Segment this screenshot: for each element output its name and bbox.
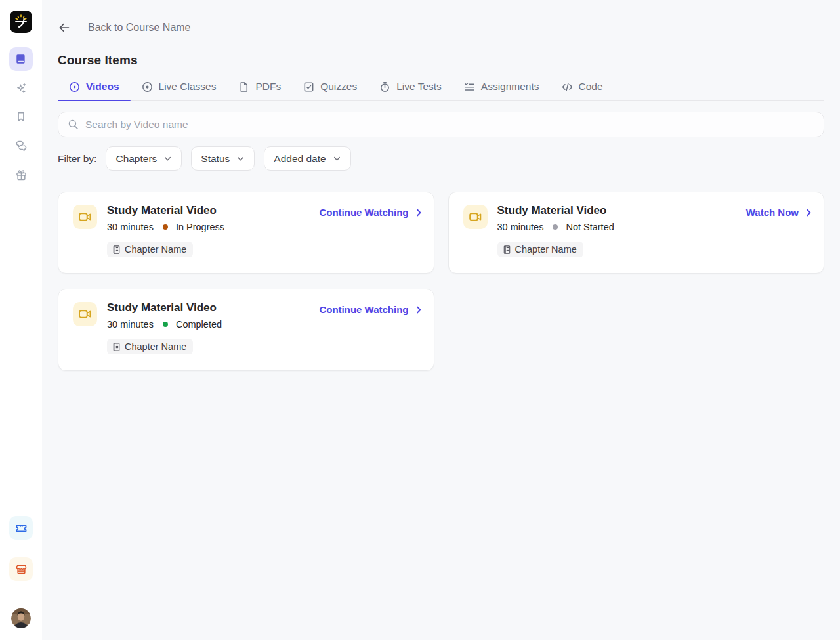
filter-added-date[interactable]: Added date [264,146,350,171]
filter-added-date-label: Added date [274,153,326,165]
status-dot [163,224,168,230]
chevron-down-icon [236,154,245,163]
timer-icon [379,81,390,93]
video-camera-icon [78,307,92,321]
status-dot [553,224,558,230]
sidebar-item-discussions[interactable] [9,134,33,158]
video-thumb [73,302,97,326]
video-duration: 30 minutes [107,319,154,330]
file-icon [238,81,249,93]
user-avatar[interactable] [11,608,31,628]
continue-watching-link[interactable]: Continue Watching [319,207,423,218]
chevron-right-icon [804,208,813,217]
tab-label: Quizzes [320,81,357,93]
chapter-chip: Chapter Name [107,242,193,257]
sidebar-item-ai-tools[interactable] [9,76,33,100]
sidebar-item-rewards[interactable] [9,163,33,186]
check-square-icon [303,81,314,93]
back-label: Back to Course Name [88,22,191,33]
search-bar [58,112,824,137]
sidebar [0,0,42,640]
chapter-chip: Chapter Name [497,242,583,257]
video-card[interactable]: Study Material Video 30 minutes In Progr… [58,192,434,274]
filter-chapters[interactable]: Chapters [106,146,182,171]
filter-status[interactable]: Status [191,146,255,171]
sidebar-item-bookmarks[interactable] [9,105,33,129]
back-link[interactable]: Back to Course Name [58,20,824,35]
card-body: Study Material Video 30 minutes Not Star… [497,204,746,257]
video-thumb [73,205,97,229]
book-icon [15,53,27,65]
app-logo[interactable] [10,11,32,33]
tab-code[interactable]: Code [551,81,614,100]
filter-chapters-label: Chapters [116,153,157,165]
play-circle-icon [69,81,80,93]
video-meta: 30 minutes Completed [107,319,319,330]
chapter-name: Chapter Name [125,244,186,255]
chevron-right-icon [414,305,423,314]
tab-label: Code [579,81,603,93]
code-icon [562,81,573,93]
watch-now-link[interactable]: Watch Now [746,207,813,218]
tab-label: Live Classes [159,81,217,93]
continue-watching-link[interactable]: Continue Watching [319,304,423,315]
sidebar-item-courses[interactable] [9,47,33,71]
ticket-icon [15,522,28,534]
tab-live-tests[interactable]: Live Tests [368,81,453,100]
tab-label: Videos [86,81,119,93]
tabs: Videos Live Classes PDFs [58,81,824,101]
filter-row: Filter by: Chapters Status Added date [58,146,824,171]
action-label: Continue Watching [319,207,408,218]
main-content: Back to Course Name Course Items Videos … [42,0,840,371]
video-camera-icon [469,210,482,224]
video-status: Completed [176,319,222,330]
filter-status-label: Status [201,153,230,165]
chevron-down-icon [333,154,341,163]
tab-quizzes[interactable]: Quizzes [292,81,368,100]
video-card[interactable]: Study Material Video 30 minutes Complete… [58,289,434,371]
tab-label: Assignments [481,81,539,93]
arrow-left-icon [58,21,71,34]
chapter-name: Chapter Name [125,341,186,352]
video-title: Study Material Video [497,204,746,217]
sidebar-bottom [9,516,33,628]
video-duration: 30 minutes [497,222,544,232]
status-dot [163,322,168,327]
tab-pdfs[interactable]: PDFs [227,81,292,100]
sidebar-item-store[interactable] [9,557,33,581]
video-card-list: Study Material Video 30 minutes In Progr… [58,192,824,371]
sidebar-nav [9,47,33,186]
search-input[interactable] [85,119,814,131]
chapter-chip: Chapter Name [107,339,193,354]
video-title: Study Material Video [107,301,319,314]
notebook-icon [112,245,121,255]
brand-logo-icon [12,13,30,30]
gift-icon [15,169,28,181]
video-status: In Progress [176,222,224,232]
live-disc-icon [142,81,153,93]
video-meta: 30 minutes Not Started [497,222,746,232]
video-duration: 30 minutes [107,222,154,232]
storefront-icon [15,563,28,576]
list-checks-icon [464,81,475,93]
sidebar-item-passes[interactable] [9,516,33,540]
video-camera-icon [78,210,92,224]
search-icon [68,119,79,130]
tab-live-classes[interactable]: Live Classes [131,81,228,100]
tab-label: PDFs [255,81,281,93]
video-card[interactable]: Study Material Video 30 minutes Not Star… [448,192,825,274]
card-body: Study Material Video 30 minutes Complete… [107,301,319,354]
chevron-down-icon [163,154,172,163]
action-label: Continue Watching [319,304,408,315]
video-status: Not Started [566,222,614,232]
tab-assignments[interactable]: Assignments [453,81,551,100]
notebook-icon [112,342,121,352]
chevron-right-icon [414,208,423,217]
video-thumb [463,205,488,229]
sparkles-icon [15,82,28,95]
filter-label: Filter by: [58,153,96,165]
page-title: Course Items [58,53,824,68]
action-label: Watch Now [746,207,799,218]
video-meta: 30 minutes In Progress [107,222,319,232]
tab-videos[interactable]: Videos [58,81,131,100]
